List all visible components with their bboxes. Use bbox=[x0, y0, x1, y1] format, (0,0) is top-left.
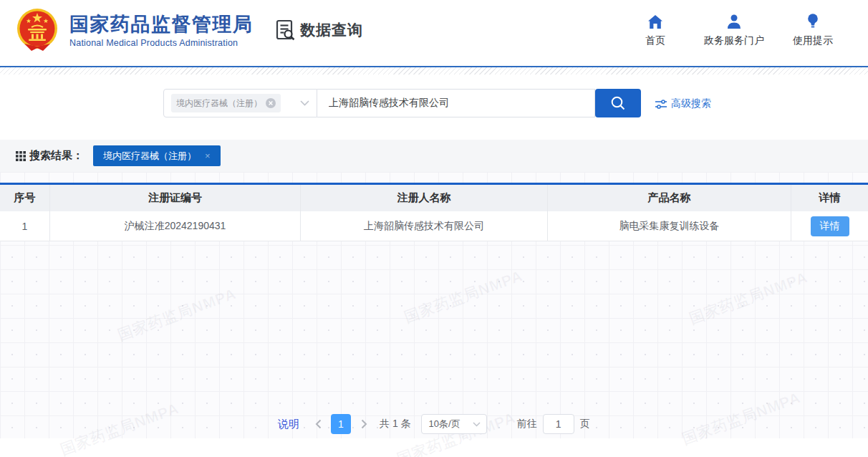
brand-subtitle: National Medical Products Administration bbox=[69, 38, 254, 48]
watermark: 国家药监局NMPA bbox=[115, 284, 238, 345]
note-link[interactable]: 说明 bbox=[278, 418, 299, 431]
header-registrant: 注册人名称 bbox=[301, 185, 548, 211]
brand-logo[interactable]: 国家药品监督管理局 National Medical Products Admi… bbox=[14, 6, 254, 54]
table-row: 1 沪械注准20242190431 上海韶脑传感技术有限公司 脑电采集康复训练设… bbox=[0, 211, 868, 241]
watermark: 国家药监局NMPA bbox=[57, 398, 181, 457]
watermark: 国家药监局NMPA bbox=[686, 267, 810, 329]
remove-tag-icon[interactable] bbox=[266, 98, 276, 108]
table-header-row: 序号 注册证编号 注册人名称 产品名称 详情 bbox=[0, 185, 868, 211]
header-index: 序号 bbox=[0, 185, 50, 211]
national-emblem-icon bbox=[14, 6, 60, 54]
brand-title: 国家药品监督管理局 bbox=[69, 13, 254, 36]
advanced-search-label: 高级搜索 bbox=[671, 97, 711, 110]
page-unit-label: 页 bbox=[580, 418, 590, 430]
content-area: 国家药监局NMPA 国家药监局NMPA 国家药监局NMPA 国家药监局NMPA … bbox=[0, 172, 868, 438]
nav-usage-tips[interactable]: 使用提示 bbox=[773, 13, 852, 47]
home-icon bbox=[648, 13, 662, 29]
prev-page-button[interactable] bbox=[309, 414, 327, 434]
goto-label: 前往 bbox=[517, 418, 537, 430]
grid-icon bbox=[16, 151, 26, 161]
data-query-title: 数据查询 bbox=[276, 19, 363, 41]
watermark: 国家药监局NMPA bbox=[679, 388, 803, 449]
detail-button[interactable]: 详情 bbox=[811, 216, 849, 236]
filter-sliders-icon bbox=[655, 100, 667, 109]
cell-detail: 详情 bbox=[791, 211, 868, 241]
chevron-down-icon bbox=[473, 422, 481, 427]
nav-home[interactable]: 首页 bbox=[616, 13, 695, 47]
tag-close-icon[interactable]: × bbox=[205, 150, 211, 161]
page-size-select[interactable]: 10条/页 bbox=[421, 414, 487, 434]
nav-home-label: 首页 bbox=[645, 34, 665, 47]
header-detail: 详情 bbox=[791, 185, 868, 211]
hatch-band bbox=[0, 67, 868, 74]
top-nav: 首页 政务服务门户 使用提示 bbox=[616, 13, 852, 47]
nav-service-portal[interactable]: 政务服务门户 bbox=[695, 13, 773, 47]
pagination: 说明 1 共 1 条 10条/页 前往 页 bbox=[278, 414, 590, 434]
nav-usage-tips-label: 使用提示 bbox=[793, 34, 833, 47]
next-page-button[interactable] bbox=[355, 414, 372, 434]
cell-product: 脑电采集康复训练设备 bbox=[548, 211, 791, 241]
app-title-label: 数据查询 bbox=[300, 20, 363, 40]
cell-index: 1 bbox=[0, 211, 50, 241]
category-select[interactable]: 境内医疗器械（注册） bbox=[163, 89, 317, 117]
results-table: 序号 注册证编号 注册人名称 产品名称 详情 1 沪械注准20242190431… bbox=[0, 183, 868, 241]
search-input[interactable] bbox=[317, 89, 595, 117]
chevron-right-icon bbox=[361, 419, 367, 429]
results-label: 搜索结果： bbox=[29, 149, 83, 163]
chevron-left-icon bbox=[315, 419, 322, 429]
filter-tag[interactable]: 境内医疗器械（注册） × bbox=[93, 145, 221, 166]
watermark: 国家药监局NMPA bbox=[401, 266, 525, 327]
cell-registrant: 上海韶脑传感技术有限公司 bbox=[301, 211, 548, 241]
document-search-icon bbox=[276, 19, 296, 41]
header: 国家药品监督管理局 National Medical Products Admi… bbox=[0, 0, 868, 66]
results-bar: 搜索结果： 境内医疗器械（注册） × bbox=[0, 140, 868, 172]
goto-page-input[interactable] bbox=[543, 414, 574, 434]
header-product: 产品名称 bbox=[548, 185, 791, 211]
category-tag: 境内医疗器械（注册） bbox=[171, 94, 281, 112]
chevron-down-icon bbox=[300, 100, 309, 106]
brand-text: 国家药品监督管理局 National Medical Products Admi… bbox=[69, 13, 254, 48]
search-button[interactable] bbox=[595, 89, 641, 117]
user-icon bbox=[727, 13, 741, 29]
goto-page-group: 前往 页 bbox=[517, 414, 590, 434]
page-number-button[interactable]: 1 bbox=[331, 414, 351, 434]
advanced-search-link[interactable]: 高级搜索 bbox=[655, 97, 711, 110]
cell-cert-no: 沪械注准20242190431 bbox=[50, 211, 301, 241]
header-cert-no: 注册证编号 bbox=[50, 185, 301, 211]
bulb-icon bbox=[807, 13, 819, 29]
page: 国家药品监督管理局 National Medical Products Admi… bbox=[0, 0, 868, 457]
search-icon bbox=[610, 95, 626, 111]
nav-service-portal-label: 政务服务门户 bbox=[704, 34, 764, 47]
category-tag-label: 境内医疗器械（注册） bbox=[176, 97, 262, 110]
filter-tag-label: 境内医疗器械（注册） bbox=[103, 150, 196, 163]
total-count-label: 共 1 条 bbox=[380, 418, 411, 430]
page-size-value: 10条/页 bbox=[429, 418, 460, 430]
